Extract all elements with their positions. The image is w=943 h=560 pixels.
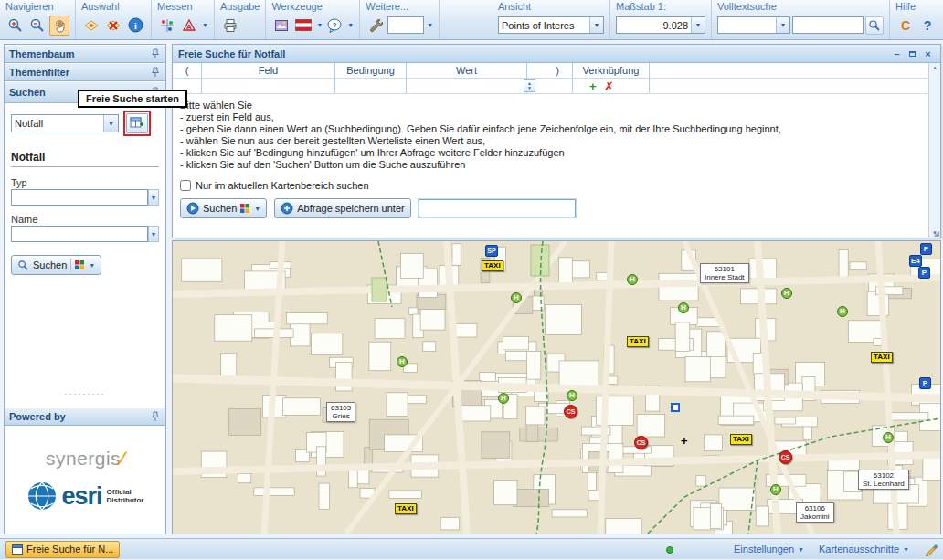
map-marker-taxi[interactable]: TAXI — [482, 260, 503, 271]
select-features-button[interactable] — [81, 16, 101, 36]
language-dropdown-caret[interactable]: ▼ — [316, 22, 323, 28]
panel-header-themenbaum[interactable]: Themenbaum — [5, 45, 165, 63]
ansicht-select[interactable]: Points of Interes ▼ — [498, 16, 604, 34]
map-viewport[interactable]: PE4PSPTAXITAXITAXITAXITAXIHHHHHHHHHHCSCS… — [172, 240, 941, 534]
identify-button[interactable]: i — [125, 16, 145, 36]
free-search-panel-body: ( Feld Bedingung Wert ) Verknüpfung — [173, 63, 940, 238]
map-marker-taxi[interactable]: TAXI — [627, 336, 649, 347]
name-input[interactable] — [11, 226, 148, 242]
screenshot-button[interactable] — [271, 16, 291, 36]
map-marker-sq[interactable] — [671, 403, 680, 412]
map-extent-checkbox[interactable] — [180, 180, 191, 191]
balloon-dropdown-caret[interactable]: ▼ — [347, 22, 354, 28]
map-marker-h[interactable]: H — [837, 306, 848, 317]
add-condition-icon[interactable]: + — [589, 79, 597, 93]
measure-area-button[interactable]: A — [179, 16, 199, 36]
map-marker-p[interactable]: E4 — [909, 255, 922, 267]
volltext-layer-caret[interactable]: ▼ — [776, 17, 789, 33]
map-marker-p[interactable]: P — [920, 243, 932, 255]
map-marker-h[interactable]: H — [511, 292, 522, 303]
help-button[interactable]: ? — [917, 16, 938, 36]
column-header-open-paren[interactable]: ( — [173, 63, 202, 78]
weitere-dropdown-caret[interactable]: ▼ — [427, 22, 433, 28]
map-marker-cs[interactable]: CS — [564, 405, 577, 418]
einstellungen-menu[interactable]: Einstellungen▼ — [734, 544, 804, 555]
column-header-close-paren[interactable]: ) — [543, 63, 573, 78]
map-marker-p[interactable]: P — [918, 267, 930, 279]
edit-pencil-icon[interactable] — [924, 543, 938, 556]
typ-dropdown-caret[interactable]: ▼ — [148, 189, 159, 206]
search-theme-caret[interactable]: ▼ — [103, 115, 118, 132]
map-marker-h[interactable]: H — [498, 393, 509, 404]
language-flag-button[interactable] — [293, 16, 313, 36]
volltext-layer-select[interactable]: ▼ — [717, 16, 790, 34]
map-marker-h[interactable]: H — [567, 390, 577, 401]
task-button-free-search[interactable]: Freie Suche für N... — [5, 541, 120, 558]
remove-condition-icon[interactable]: ✗ — [604, 79, 614, 93]
map-marker-h[interactable]: H — [781, 288, 792, 299]
kartenausschnitte-menu[interactable]: Kartenausschnitte▼ — [819, 544, 909, 555]
panel-suchen-caret[interactable]: ▼ — [254, 206, 260, 212]
context-help-button[interactable]: C — [895, 16, 916, 36]
map-marker-h[interactable]: H — [397, 356, 408, 367]
query-condition-row[interactable]: ▲▼ + ✗ — [173, 79, 927, 94]
weitere-input[interactable] — [387, 16, 424, 34]
column-header-feld[interactable]: Feld — [202, 63, 335, 78]
save-query-button[interactable]: Abfrage speichern unter — [274, 198, 410, 218]
pin-icon[interactable] — [150, 67, 161, 78]
volltext-search-input[interactable] — [792, 16, 864, 34]
massstab-select[interactable]: 9.028 ▼ — [616, 16, 705, 34]
zoom-in-button[interactable] — [5, 16, 26, 36]
save-query-name-input[interactable] — [419, 199, 576, 217]
district-label: 63105Gries — [326, 402, 355, 422]
panel-suchen-button[interactable]: Suchen ▼ — [180, 198, 267, 218]
name-dropdown-caret[interactable]: ▼ — [148, 226, 159, 242]
massstab-select-caret[interactable]: ▼ — [691, 17, 705, 33]
instruction-line: - klicken Sie auf den 'Suchen' Button um… — [180, 159, 920, 171]
help-balloon-button[interactable]: ? — [324, 16, 344, 36]
typ-input[interactable] — [11, 189, 148, 206]
free-search-panel-titlebar[interactable]: Freie Suche für Notfall – × — [173, 45, 940, 63]
free-search-button[interactable] — [126, 113, 148, 133]
measure-dropdown-caret[interactable]: ▼ — [202, 22, 208, 28]
panel-scrollbar[interactable]: ▲ ▼ — [928, 63, 940, 238]
search-theme-select[interactable]: Notfall ▼ — [11, 114, 119, 132]
wert-spinner[interactable]: ▲▼ — [524, 79, 535, 92]
close-button[interactable]: × — [921, 48, 935, 60]
map-marker-h[interactable]: H — [883, 432, 894, 443]
save-query-label: Abfrage speichern unter — [297, 203, 404, 214]
column-header-verknuepfung[interactable]: Verknüpfung — [573, 63, 650, 78]
map-marker-h[interactable]: H — [678, 302, 689, 313]
map-marker-sp[interactable]: SP — [485, 245, 498, 257]
measure-coordinate-button[interactable] — [157, 16, 177, 36]
map-marker-taxi[interactable]: TAXI — [730, 434, 752, 445]
pin-icon[interactable] — [150, 411, 161, 422]
minimize-button[interactable]: – — [890, 48, 904, 60]
map-marker-cross[interactable]: + — [681, 437, 688, 446]
map-marker-taxi[interactable]: TAXI — [871, 352, 893, 363]
map-marker-h[interactable]: H — [627, 274, 638, 285]
panel-header-themenfilter[interactable]: Themenfilter — [5, 63, 165, 81]
map-marker-cs[interactable]: CS — [779, 450, 792, 464]
sidebar-suchen-button[interactable]: Suchen ▼ — [11, 255, 101, 275]
volltext-search-button[interactable] — [865, 16, 884, 35]
column-header-wert[interactable]: Wert — [407, 63, 527, 78]
suchen-dropdown-caret[interactable]: ▼ — [89, 262, 95, 269]
ansicht-select-caret[interactable]: ▼ — [589, 17, 603, 33]
map-marker-p[interactable]: P — [919, 377, 931, 389]
map-marker-h[interactable]: H — [770, 484, 781, 495]
clear-selection-button[interactable] — [103, 16, 123, 36]
pin-icon[interactable] — [150, 48, 161, 59]
pan-button[interactable] — [49, 16, 69, 36]
zoom-out-button[interactable] — [27, 16, 48, 36]
map-marker-cs[interactable]: CS — [634, 436, 648, 449]
restore-button[interactable] — [906, 48, 919, 60]
column-header-bedingung[interactable]: Bedingung — [335, 63, 407, 78]
scroll-up-arrow[interactable]: ▲ — [932, 63, 938, 72]
tools-wrench-button[interactable] — [366, 16, 386, 36]
instruction-line: - klicken Sie auf 'Bedingung hinzufügen'… — [180, 147, 920, 159]
resize-handle[interactable]: ◢ — [934, 229, 939, 238]
map-marker-taxi[interactable]: TAXI — [395, 503, 417, 514]
print-button[interactable] — [220, 16, 240, 36]
panel-header-powered-by[interactable]: Powered by — [5, 407, 165, 426]
